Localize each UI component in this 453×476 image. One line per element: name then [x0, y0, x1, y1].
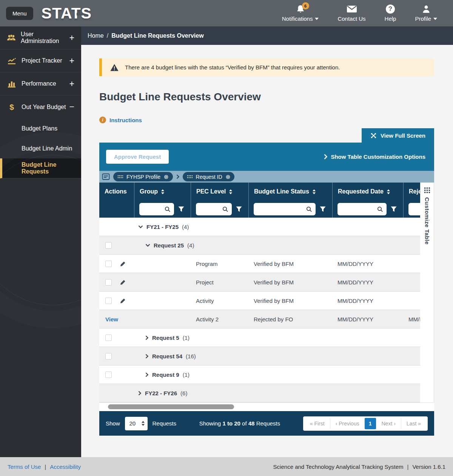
first-page-button[interactable]: « First	[305, 418, 330, 429]
sidebar-item-budget-line-admin[interactable]: Budget Line Admin	[0, 138, 81, 158]
group-toggle[interactable]: Request 25(4)	[134, 242, 194, 249]
actions-cell	[99, 372, 134, 378]
sidebar-item-budget-line-requests[interactable]: Budget Line Requests	[0, 158, 81, 178]
filter-text-input[interactable]	[198, 206, 222, 212]
pec-level-cell: Program	[191, 261, 248, 267]
filter-text-input[interactable]	[411, 206, 420, 212]
next-page-button[interactable]: Next ›	[376, 418, 401, 429]
remove-chip-icon[interactable]: ⊗	[164, 174, 169, 180]
table-header-row: ActionsGroupPEC LevelBudget Line StatusR…	[99, 183, 420, 201]
search-icon	[306, 206, 312, 212]
sidebar-item-budget-plans[interactable]: Budget Plans	[0, 118, 81, 138]
notifications-menu[interactable]: 6 Notifications	[282, 5, 319, 22]
page-title: Budget Line Requests Overview	[99, 91, 434, 103]
sort-icon	[229, 189, 232, 194]
version-text: Version 1.6.1	[412, 464, 445, 470]
filter-funnel-icon[interactable]	[178, 206, 184, 212]
sort-icon	[313, 189, 316, 194]
sidebar-item-project-tracker[interactable]: Project Tracker +	[0, 49, 81, 72]
terms-of-use-link[interactable]: Terms of Use	[8, 464, 41, 470]
filter-funnel-icon[interactable]	[320, 206, 326, 212]
row-checkbox[interactable]	[105, 372, 112, 378]
app-name-text: Science and Technology Analytical Tracki…	[273, 464, 404, 470]
remove-chip-icon[interactable]: ⊗	[226, 174, 231, 180]
requested-date-cell: MM/DD/YYYY	[332, 261, 403, 267]
menu-button[interactable]: Menu	[6, 7, 33, 20]
filter-input-requested-date	[337, 203, 387, 215]
contact-us-link[interactable]: Contact Us	[337, 5, 365, 22]
page-1-button[interactable]: 1	[365, 418, 376, 429]
approve-request-button[interactable]: Approve Request	[106, 150, 169, 164]
filter-funnel-icon[interactable]	[236, 206, 242, 212]
table-footer: Show 20 Requests Showing 1 to 20 of 48 R…	[99, 411, 434, 436]
group-toggle[interactable]: Request 54(16)	[134, 353, 196, 359]
view-link[interactable]: View	[105, 316, 118, 322]
group-toggle[interactable]: FY21 - FY25(4)	[134, 224, 189, 230]
chevron-down-icon	[315, 18, 319, 20]
edit-pencil-icon[interactable]	[120, 279, 126, 285]
breadcrumb-separator: /	[107, 32, 108, 39]
edit-pencil-icon[interactable]	[120, 261, 126, 267]
pec-level-cell: Project	[191, 279, 248, 286]
dollar-icon: $	[7, 103, 17, 112]
pec-level-cell: Activity 2	[191, 316, 248, 322]
row-checkbox[interactable]	[105, 353, 112, 359]
group-toggle[interactable]: Request 9(1)	[134, 372, 190, 378]
group-settings-icon[interactable]	[102, 173, 110, 181]
row-checkbox[interactable]	[105, 242, 112, 249]
table-row: ProjectVerified by BFMMM/DD/YYYY	[99, 273, 420, 292]
actions-cell	[99, 335, 134, 341]
filter-cell-pec-level	[191, 201, 248, 218]
group-row: Request 9(1)	[99, 365, 420, 384]
sidebar: User Administration + Project Tracker + …	[0, 26, 81, 457]
app-header: Menu STATS 6 Notifications Contact Us ? …	[0, 0, 453, 26]
customize-table-tab[interactable]: Customize Table	[420, 183, 434, 402]
last-page-button[interactable]: Last »	[401, 418, 426, 429]
column-header-pec-level[interactable]: PEC Level	[191, 183, 248, 201]
group-label: Request 25	[154, 242, 184, 249]
row-checkbox[interactable]	[105, 279, 112, 286]
instructions-link[interactable]: i Instructions	[99, 117, 142, 123]
grouping-chip-fyhsp-profile[interactable]: FYHSP Profile ⊗	[113, 172, 173, 181]
scrollbar-thumb[interactable]	[108, 404, 234, 409]
warning-banner: There are 4 budget lines with the status…	[99, 58, 434, 76]
accessibility-link[interactable]: Accessibility	[50, 464, 81, 470]
pagination: « First ‹ Previous 1 Next › Last »	[303, 416, 428, 431]
row-checkbox[interactable]	[105, 335, 112, 341]
actions-cell	[99, 242, 134, 249]
grouping-chip-request-id[interactable]: Request ID ⊗	[183, 172, 235, 181]
row-checkbox[interactable]	[105, 261, 112, 267]
column-header-requested-date[interactable]: Requested Date	[332, 183, 403, 201]
filter-text-input[interactable]	[256, 206, 306, 212]
view-full-screen-button[interactable]: View Full Screen	[362, 128, 434, 143]
filter-text-input[interactable]	[142, 206, 165, 212]
actions-cell: View	[99, 316, 134, 322]
sidebar-item-performance[interactable]: Performance +	[0, 72, 81, 95]
edit-pencil-icon[interactable]	[120, 298, 126, 304]
sidebar-item-user-administration[interactable]: User Administration +	[0, 26, 81, 49]
show-requests-select[interactable]: 20	[125, 417, 148, 430]
filter-funnel-icon[interactable]	[391, 206, 397, 212]
search-icon	[222, 206, 228, 212]
row-checkbox[interactable]	[105, 298, 112, 304]
table-row: ProgramVerified by BFMMM/DD/YYYY	[99, 255, 420, 273]
logo-bar-chart-icon	[77, 11, 82, 15]
breadcrumb-home-link[interactable]: Home	[88, 32, 104, 39]
previous-page-button[interactable]: ‹ Previous	[330, 418, 365, 429]
chevron-down-icon	[433, 18, 437, 20]
group-label: Request 54	[152, 353, 182, 359]
group-count: (1)	[183, 372, 190, 378]
grip-icon	[187, 175, 193, 178]
help-link[interactable]: ? Help	[385, 5, 396, 22]
column-header-rejected-date[interactable]: Rejected Date	[403, 183, 420, 201]
column-header-budget-line-status[interactable]: Budget Line Status	[248, 183, 332, 201]
breadcrumb-current: Budget Line Requests Overview	[111, 32, 204, 39]
column-header-group[interactable]: Group	[134, 183, 191, 201]
group-toggle[interactable]: Request 5(1)	[134, 335, 190, 341]
filter-text-input[interactable]	[340, 206, 377, 212]
users-icon	[7, 34, 16, 41]
profile-menu[interactable]: Profile	[415, 5, 437, 22]
show-table-customization-link[interactable]: Show Table Customization Options	[324, 154, 425, 160]
sidebar-item-out-year-budget[interactable]: $ Out Year Budget −	[0, 95, 81, 118]
group-toggle[interactable]: FY22 - FY26(6)	[134, 390, 187, 396]
